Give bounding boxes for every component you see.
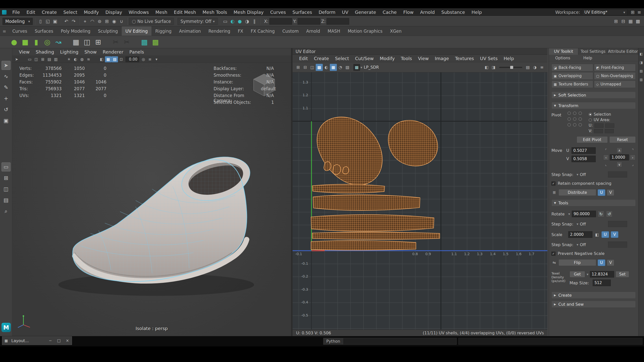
rotate-ccw-button[interactable]: ↺: [606, 211, 613, 217]
panel-toggle-right-icon[interactable]: ◨: [639, 60, 644, 65]
exposure-icon[interactable]: ▤: [524, 64, 531, 71]
uv-menu-edit[interactable]: Edit: [296, 56, 311, 61]
menu-substance[interactable]: Substance: [438, 10, 468, 15]
menu-create[interactable]: Create: [38, 10, 60, 15]
uv-menu-uv-sets[interactable]: UV Sets: [477, 56, 501, 61]
poly-sphere-icon[interactable]: ●: [9, 36, 20, 48]
poly-torus-icon[interactable]: ◎: [42, 36, 53, 48]
back-facing-button[interactable]: ◪Back-Facing: [551, 64, 593, 71]
safe-title-icon[interactable]: ▥: [53, 56, 59, 62]
overlapping-button[interactable]: ▣Overlapping: [551, 72, 593, 80]
sew-uv-edges-icon[interactable]: ✂: [121, 36, 132, 48]
image-plane-icon[interactable]: ◎: [140, 56, 147, 62]
panel-toggle-left-icon[interactable]: ◧: [639, 51, 644, 56]
menu-set-selector[interactable]: Modeling ▾: [3, 18, 33, 25]
scale-u-button[interactable]: U: [601, 231, 609, 238]
uv-menu-select[interactable]: Select: [332, 56, 352, 61]
layout-uvs-icon[interactable]: ▩: [139, 36, 150, 48]
rotate-angle-input[interactable]: [572, 211, 596, 217]
texel-density-input[interactable]: [590, 271, 614, 278]
map-size-input[interactable]: [593, 280, 611, 286]
uv-menu-create[interactable]: Create: [311, 56, 332, 61]
set-texel-density-button[interactable]: Set: [616, 271, 629, 278]
pivot-preset-radio[interactable]: [568, 117, 571, 121]
close-button[interactable]: ×: [63, 338, 72, 343]
menu-edit-mesh[interactable]: Edit Mesh: [171, 10, 199, 15]
shade-uvs-icon[interactable]: ◔: [337, 64, 344, 71]
z-input[interactable]: [327, 18, 349, 25]
scale-v-button[interactable]: V: [611, 231, 618, 238]
grid-options-icon[interactable]: ⊞: [612, 18, 620, 25]
chevron-down-icon[interactable]: ▾: [587, 272, 588, 276]
perspective-viewport[interactable]: ViewShadingLightingShowRendererPanels ➤▭…: [12, 48, 291, 336]
new-scene-icon[interactable]: ▯: [37, 18, 44, 25]
uv-menu-cut-sew[interactable]: Cut/Sew: [352, 56, 377, 61]
wireframe-on-shaded-icon[interactable]: ▦: [105, 56, 111, 62]
textured-display-icon[interactable]: ▨: [111, 56, 118, 62]
cut-uv-edges-icon[interactable]: ✂: [110, 36, 121, 48]
step-snap-dropdown[interactable]: ▾ Off: [577, 242, 595, 247]
section-cut-and-sew[interactable]: ▶ Cut and Sew: [551, 301, 636, 308]
three-pane-layout[interactable]: ▤: [2, 196, 11, 205]
uv-menu-tools[interactable]: Tools: [398, 56, 415, 61]
shelf-menu-icon[interactable]: ≡: [0, 26, 9, 36]
live-surface-indicator[interactable]: ◯ No Live Surface: [129, 18, 174, 25]
uv-menu-modify[interactable]: Modify: [377, 56, 398, 61]
shadows-icon[interactable]: ◐: [72, 56, 79, 62]
select-highlight-icon[interactable]: ➤: [13, 56, 20, 62]
maya-logo[interactable]: M: [2, 323, 11, 332]
uv-grid-icon[interactable]: ⊞: [295, 64, 302, 71]
menu-cache[interactable]: Cache: [379, 10, 400, 15]
menu-curves[interactable]: Curves: [267, 10, 289, 15]
vp-menu-show[interactable]: Show: [82, 49, 100, 55]
lighting-icon[interactable]: ☀: [66, 56, 72, 62]
scale-tool[interactable]: ▣: [2, 116, 11, 125]
pivot-preset-radio[interactable]: [568, 112, 571, 115]
dim-image-icon[interactable]: ◐: [323, 64, 330, 71]
y-input[interactable]: [298, 18, 320, 25]
gamma-icon[interactable]: ◑: [531, 64, 538, 71]
corner-icon[interactable]: ⌝: [632, 148, 633, 153]
distribute-button[interactable]: Distribute: [558, 189, 596, 196]
pivot-preset-radio[interactable]: [573, 117, 576, 121]
two-pane-layout[interactable]: ◫: [2, 185, 11, 194]
menu-arnold[interactable]: Arnold: [417, 10, 438, 15]
menu-modify[interactable]: Modify: [80, 10, 102, 15]
unfold-uvs-icon[interactable]: ▩: [150, 36, 161, 48]
vp-menu-lighting[interactable]: Lighting: [57, 49, 82, 55]
uv-canvas[interactable]: -0.1 0.8 0.9 1.1 1.2 1.3 1.4 1.5 1.6 1.7…: [293, 72, 547, 330]
selection-radio[interactable]: [589, 113, 592, 116]
uv-area-v-min[interactable]: [594, 129, 603, 133]
menu-generate[interactable]: Generate: [352, 10, 379, 15]
shelf-tab-sculpting[interactable]: Sculpting: [94, 26, 122, 36]
menu-display[interactable]: Display: [102, 10, 125, 15]
tab-uv-toolkit[interactable]: UV Toolkit: [549, 48, 578, 55]
shelf-tab-fx-caching[interactable]: FX Caching: [247, 26, 279, 36]
poly-cube-icon[interactable]: ■: [20, 36, 31, 48]
four-pane-layout[interactable]: ⊞: [2, 173, 11, 183]
uv-menu-image[interactable]: Image: [432, 56, 452, 61]
uv-menu-textures[interactable]: Textures: [452, 56, 477, 61]
shelf-tab-custom[interactable]: Custom: [278, 26, 302, 36]
corner-icon[interactable]: ⌜: [605, 148, 607, 153]
pivot-preset-radio[interactable]: [579, 123, 582, 126]
paint-select-tool[interactable]: ✎: [2, 83, 11, 92]
section-transform[interactable]: ▼ Transform: [551, 102, 636, 109]
film-gate-icon[interactable]: ◫: [33, 56, 39, 62]
move-left-button[interactable]: ‹: [603, 155, 609, 160]
move-u-input[interactable]: [572, 147, 596, 154]
section-tools[interactable]: ▼ Tools: [551, 199, 636, 206]
shelf-tab-arnold[interactable]: Arnold: [302, 26, 324, 36]
shelf-tab-rendering[interactable]: Rendering: [205, 26, 234, 36]
vp-menu-renderer[interactable]: Renderer: [100, 49, 126, 55]
prevent-negative-checkbox[interactable]: ✓: [551, 252, 555, 256]
chevron-down-icon[interactable]: ▾: [360, 65, 362, 69]
workspace-grid-icon[interactable]: ⊞: [629, 9, 636, 16]
ipr-render-icon[interactable]: ◐: [229, 18, 236, 25]
step-snap-dropdown[interactable]: ▾ Off: [577, 172, 595, 177]
corner-icon[interactable]: ⌟: [632, 162, 633, 167]
shelf-tab-surfaces[interactable]: Surfaces: [31, 26, 57, 36]
make-live-icon[interactable]: ∪: [118, 18, 125, 25]
rotate-tool[interactable]: ↺: [2, 105, 11, 114]
pivot-preset-radio[interactable]: [579, 117, 582, 121]
